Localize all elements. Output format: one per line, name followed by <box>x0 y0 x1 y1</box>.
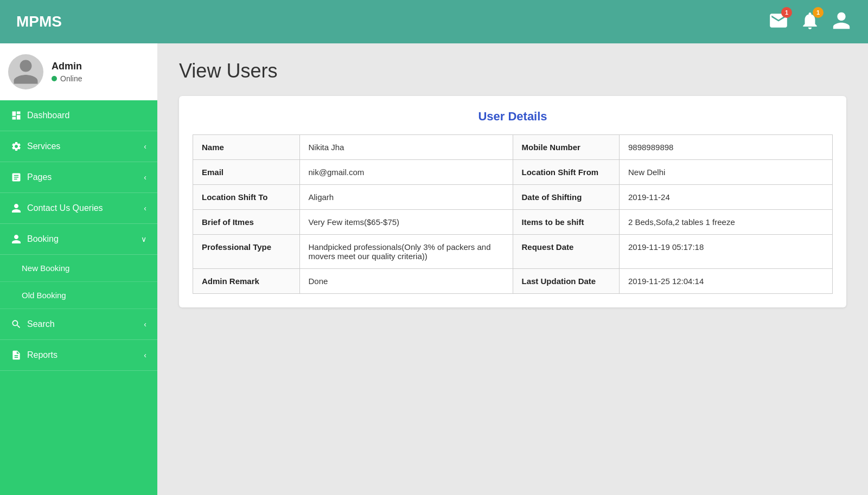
content-area: View Users User Details Name Nikita Jha … <box>157 43 868 495</box>
contact-chevron: ‹ <box>144 204 146 213</box>
bell-badge: 1 <box>813 7 824 18</box>
services-chevron: ‹ <box>144 142 146 151</box>
table-row: Location Shift To Aligarh Date of Shifti… <box>193 185 833 210</box>
user-details-card: User Details Name Nikita Jha Mobile Numb… <box>179 96 846 307</box>
sidebar-item-new-booking[interactable]: New Booking <box>0 255 157 282</box>
user-status: Online <box>52 74 82 83</box>
table-row: Professional Type Handpicked professiona… <box>193 235 833 269</box>
sidebar-item-dashboard-label: Dashboard <box>27 111 69 120</box>
sidebar: Admin Online Dashboard Services <box>0 43 157 495</box>
table-row: Email nik@gmail.com Location Shift From … <box>193 160 833 185</box>
row-2-left-value: Aligarh <box>299 185 513 210</box>
row-4-left-label: Professional Type <box>193 235 300 269</box>
sidebar-item-reports[interactable]: Reports ‹ <box>0 340 157 371</box>
header-icons: 1 1 <box>768 10 852 33</box>
table-row: Brief of Itmes Very Few items($65-$75) I… <box>193 210 833 235</box>
sidebar-item-pages[interactable]: Pages ‹ <box>0 162 157 193</box>
contact-icon <box>11 203 22 214</box>
table-title: User Details <box>193 110 833 124</box>
status-dot <box>52 76 57 81</box>
row-1-left-label: Email <box>193 160 300 185</box>
search-icon <box>11 319 22 330</box>
row-4-left-value: Handpicked professionals(Only 3% of pack… <box>299 235 513 269</box>
user-info: Admin Online <box>52 61 82 83</box>
status-text: Online <box>60 74 82 83</box>
row-0-left-value: Nikita Jha <box>299 135 513 160</box>
row-2-right-value: 2019-11-24 <box>620 185 833 210</box>
row-5-right-label: Last Updation Date <box>513 269 620 294</box>
dashboard-icon <box>11 110 22 121</box>
sidebar-item-booking-label: Booking <box>27 234 59 244</box>
user-icon <box>831 10 852 31</box>
sidebar-item-dashboard[interactable]: Dashboard <box>0 100 157 131</box>
table-row: Name Nikita Jha Mobile Number 9898989898 <box>193 135 833 160</box>
reports-icon <box>11 350 22 361</box>
sidebar-item-reports-label: Reports <box>27 350 58 360</box>
row-0-left-label: Name <box>193 135 300 160</box>
row-0-right-label: Mobile Number <box>513 135 620 160</box>
row-3-right-label: Items to be shift <box>513 210 620 235</box>
booking-icon <box>11 234 22 245</box>
pages-icon <box>11 172 22 183</box>
app-title: MPMS <box>16 13 62 30</box>
row-5-left-value: Done <box>299 269 513 294</box>
search-chevron: ‹ <box>144 320 146 329</box>
sidebar-item-pages-label: Pages <box>27 172 52 182</box>
sidebar-item-booking[interactable]: Booking ∨ <box>0 224 157 255</box>
user-profile: Admin Online <box>0 43 157 100</box>
sidebar-item-new-booking-label: New Booking <box>22 263 69 273</box>
user-name: Admin <box>52 61 82 72</box>
row-3-left-value: Very Few items($65-$75) <box>299 210 513 235</box>
row-5-left-label: Admin Remark <box>193 269 300 294</box>
row-5-right-value: 2019-11-25 12:04:14 <box>620 269 833 294</box>
row-3-left-label: Brief of Itmes <box>193 210 300 235</box>
row-1-right-label: Location Shift From <box>513 160 620 185</box>
table-row: Admin Remark Done Last Updation Date 201… <box>193 269 833 294</box>
mail-icon-wrapper[interactable]: 1 <box>768 10 789 33</box>
services-icon <box>11 141 22 152</box>
row-3-right-value: 2 Beds,Sofa,2 tables 1 freeze <box>620 210 833 235</box>
bell-icon-wrapper[interactable]: 1 <box>800 10 820 33</box>
sidebar-item-services-label: Services <box>27 142 60 151</box>
row-2-right-label: Date of Shifting <box>513 185 620 210</box>
mail-badge: 1 <box>781 7 792 18</box>
booking-chevron: ∨ <box>141 235 146 243</box>
avatar-icon <box>11 57 41 87</box>
row-1-left-value: nik@gmail.com <box>299 160 513 185</box>
sidebar-item-search-label: Search <box>27 319 55 329</box>
page-title: View Users <box>179 60 846 82</box>
sidebar-item-services[interactable]: Services ‹ <box>0 131 157 162</box>
avatar <box>8 54 43 89</box>
row-4-right-value: 2019-11-19 05:17:18 <box>620 235 833 269</box>
sidebar-item-contact-queries[interactable]: Contact Us Queries ‹ <box>0 193 157 224</box>
sidebar-item-old-booking[interactable]: Old Booking <box>0 282 157 309</box>
row-2-left-label: Location Shift To <box>193 185 300 210</box>
pages-chevron: ‹ <box>144 173 146 182</box>
sidebar-item-old-booking-label: Old Booking <box>22 291 66 300</box>
details-table: Name Nikita Jha Mobile Number 9898989898… <box>193 134 833 294</box>
row-0-right-value: 9898989898 <box>620 135 833 160</box>
user-icon-wrapper[interactable] <box>831 10 852 33</box>
main-container: Admin Online Dashboard Services <box>0 43 868 495</box>
row-1-right-value: New Delhi <box>620 160 833 185</box>
row-4-right-label: Request Date <box>513 235 620 269</box>
top-header: MPMS 1 1 <box>0 0 868 43</box>
sidebar-item-search[interactable]: Search ‹ <box>0 309 157 340</box>
sidebar-item-contact-label: Contact Us Queries <box>27 203 103 213</box>
reports-chevron: ‹ <box>144 351 146 359</box>
